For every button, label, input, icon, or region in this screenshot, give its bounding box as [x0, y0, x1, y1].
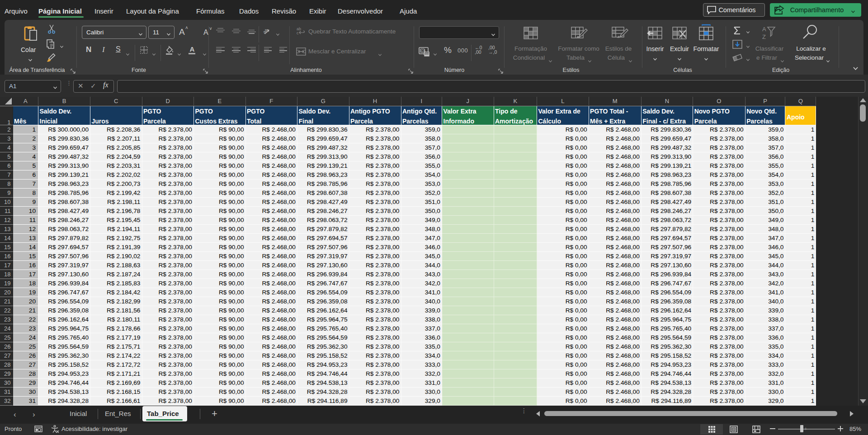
- svg-text:A: A: [762, 26, 766, 33]
- svg-text:Z: Z: [762, 33, 766, 40]
- svg-text:c: c: [297, 31, 299, 35]
- svg-text:A: A: [190, 46, 195, 53]
